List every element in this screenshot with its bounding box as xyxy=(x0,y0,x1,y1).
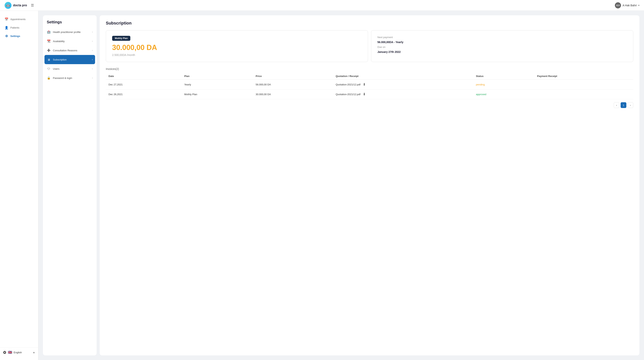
plan-price-sub: 2.500,00DA /month xyxy=(112,53,135,56)
row1-date: Dec 27,2021 xyxy=(106,80,182,89)
hamburger-button[interactable]: ☰ xyxy=(30,2,35,8)
users-chevron: › xyxy=(92,67,93,70)
health-profile-chevron: › xyxy=(92,31,93,33)
users-label: Users xyxy=(53,67,90,70)
invoices-label: Invoices(2) xyxy=(106,67,633,70)
consultation-chevron: › xyxy=(92,49,93,52)
subscription-chevron: › xyxy=(92,58,93,61)
col-status: Status xyxy=(473,73,534,80)
avatar-initials: AH xyxy=(616,4,620,7)
pagination-page-1[interactable]: 1 xyxy=(620,102,626,108)
main-layout: 📅 Appointments 👤 Patients ⚙ Settings ✿ 🇬… xyxy=(0,11,644,360)
col-date: Date xyxy=(106,73,182,80)
row1-quotation: Quotation-2021/12.pdf ⬇ xyxy=(333,80,473,89)
password-label: Password & login xyxy=(53,77,90,79)
row2-receipt xyxy=(534,89,633,99)
availability-chevron: › xyxy=(92,40,93,42)
gear-lang-icon: ✿ xyxy=(3,350,6,355)
subscription-cards: Mothly Plan 30.000,00 DA 2.500,00DA /mon… xyxy=(106,30,633,62)
row2-price: 30.000,00 DA xyxy=(253,89,333,99)
sidebar-label-appointments: Appointments xyxy=(10,18,26,21)
settings-panel: Settings 🏥 Health practitioner profile ›… xyxy=(43,15,96,356)
sidebar-label-settings: Settings xyxy=(10,35,20,37)
password-chevron: › xyxy=(92,77,93,79)
row2-download-button[interactable]: ⬇ xyxy=(362,92,366,96)
sidebar-item-settings[interactable]: ⚙ Settings xyxy=(2,32,36,40)
logo-emoji: 🤖 xyxy=(6,3,10,7)
row1-download-button[interactable]: ⬇ xyxy=(362,82,366,86)
language-flag: 🇬🇧 xyxy=(8,350,12,355)
settings-menu: 🏥 Health practitioner profile › 📆 Availa… xyxy=(43,27,96,82)
settings-menu-health-profile[interactable]: 🏥 Health practitioner profile › xyxy=(43,27,96,36)
table-row: Dec 27,2021 Yearly 56.000,00 DA Quotatio… xyxy=(106,80,633,89)
due-date: January 27th 2022 xyxy=(378,50,627,53)
row1-receipt xyxy=(534,80,633,89)
patients-icon: 👤 xyxy=(4,26,8,29)
calendar-icon: 📅 xyxy=(4,17,8,21)
row2-quotation: Quotation-2021/12.pdf ⬇ xyxy=(333,89,473,99)
password-icon: 🔒 xyxy=(47,76,50,80)
consultation-label: Consultation Reasons xyxy=(53,49,90,52)
invoices-table: Date Plan Price Quotation / Receipt Stat… xyxy=(106,73,633,99)
pagination-prev[interactable]: ‹ xyxy=(614,102,620,108)
plan-badge: Mothly Plan xyxy=(112,36,130,41)
settings-menu-password[interactable]: 🔒 Password & login › xyxy=(43,73,96,82)
settings-menu-users[interactable]: 🛡 Users › xyxy=(43,64,96,73)
availability-icon: 📆 xyxy=(47,39,50,43)
top-navigation: 🤖 docta pro ☰ AH A Hak Bahri ▾ xyxy=(0,0,644,11)
pagination-next[interactable]: › xyxy=(628,102,633,108)
language-chevron-icon: ▲ xyxy=(33,351,35,354)
availability-label: Availability xyxy=(53,40,90,43)
next-payment-amount: 56.000,00DA - Yearly xyxy=(378,40,627,44)
sidebar-item-patients[interactable]: 👤 Patients xyxy=(2,24,36,31)
subscription-icon: 🖥 xyxy=(47,58,50,61)
next-payment-label: Next payment xyxy=(378,36,627,39)
user-name: A Hak Bahri xyxy=(622,4,637,7)
logo-icon: 🤖 xyxy=(4,2,12,9)
col-plan: Plan xyxy=(182,73,253,80)
due-label: Due on xyxy=(378,45,627,48)
row1-status: pending xyxy=(473,80,534,89)
table-row: Dec 26,2021 Mothly Plan 30.000,00 DA Quo… xyxy=(106,89,633,99)
settings-panel-title: Settings xyxy=(43,20,96,27)
health-profile-label: Health practitioner profile xyxy=(53,31,90,33)
sidebar-nav: 📅 Appointments 👤 Patients ⚙ Settings xyxy=(0,15,38,40)
main-content: Subscription Mothly Plan 30.000,00 DA 2.… xyxy=(100,15,640,356)
nav-left: 🤖 docta pro ☰ xyxy=(4,2,35,9)
row1-status-badge: pending xyxy=(476,83,485,86)
settings-menu-subscription[interactable]: 🖥 Subscription › xyxy=(44,55,95,64)
settings-menu-availability[interactable]: 📆 Availability › xyxy=(43,36,96,46)
left-sidebar: 📅 Appointments 👤 Patients ⚙ Settings ✿ 🇬… xyxy=(0,11,38,360)
users-icon: 🛡 xyxy=(47,67,50,71)
table-body: Dec 27,2021 Yearly 56.000,00 DA Quotatio… xyxy=(106,80,633,99)
plan-card: Mothly Plan 30.000,00 DA 2.500,00DA /mon… xyxy=(106,30,368,62)
avatar: AH xyxy=(615,2,621,8)
row2-plan: Mothly Plan xyxy=(182,89,253,99)
user-menu[interactable]: AH A Hak Bahri ▾ xyxy=(615,2,640,8)
app-name: docta pro xyxy=(13,4,27,7)
language-label: English xyxy=(14,351,22,354)
consultation-icon: ➕ xyxy=(47,48,50,52)
row1-plan: Yearly xyxy=(182,80,253,89)
row2-status-badge: approved xyxy=(476,93,486,96)
sidebar-label-patients: Patients xyxy=(10,26,19,29)
page-title: Subscription xyxy=(106,21,633,26)
pagination: ‹ 1 › xyxy=(106,102,633,108)
row1-price: 56.000,00 DA xyxy=(253,80,333,89)
language-selector[interactable]: ✿ 🇬🇧 English ▲ xyxy=(0,348,38,357)
health-profile-icon: 🏥 xyxy=(47,30,50,34)
row2-quotation-name: Quotation-2021/12.pdf xyxy=(336,93,360,96)
col-quotation: Quotation / Receipt xyxy=(333,73,473,80)
row2-date: Dec 26,2021 xyxy=(106,89,182,99)
col-receipt: Payment Receipt xyxy=(534,73,633,80)
chevron-down-icon: ▾ xyxy=(638,4,640,7)
content-area: Settings 🏥 Health practitioner profile ›… xyxy=(38,11,644,360)
next-payment-card: Next payment 56.000,00DA - Yearly Due on… xyxy=(371,30,633,62)
subscription-label: Subscription xyxy=(53,58,90,61)
sidebar-item-appointments[interactable]: 📅 Appointments xyxy=(2,15,36,23)
plan-price: 30.000,00 DA xyxy=(112,44,157,51)
table-header: Date Plan Price Quotation / Receipt Stat… xyxy=(106,73,633,80)
settings-icon: ⚙ xyxy=(4,34,8,38)
row2-status: approved xyxy=(473,89,534,99)
settings-menu-consultation-reasons[interactable]: ➕ Consultation Reasons › xyxy=(43,46,96,55)
